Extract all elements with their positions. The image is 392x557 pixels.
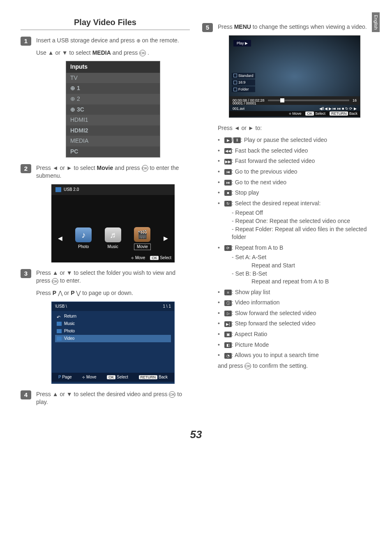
step4-text-a: Press ▲ or ▼ to select the desired video…: [36, 391, 169, 397]
step1-text-a: Insert a USB storage device and press: [36, 37, 136, 44]
step-3-badge: 3: [21, 269, 31, 278]
media-music-label: Music: [105, 244, 121, 250]
hint-move: ⟡ Move: [131, 255, 145, 261]
inputs-row: ⊕ 3C: [66, 104, 160, 115]
confirm-line: and press OK to confirm the setting.: [218, 362, 371, 370]
media-movie-label: Movie: [134, 244, 151, 250]
step-1-badge: 1: [21, 37, 31, 46]
step1-text2-c: .: [148, 49, 149, 56]
progress-bar: [268, 100, 349, 101]
step3-text-b: to enter.: [60, 277, 81, 284]
set-a: Set A: A-Set Repeat and Start: [232, 253, 371, 269]
video-count: 16: [353, 98, 357, 103]
step-2-badge: 2: [21, 164, 31, 173]
folder-return: Return: [64, 313, 76, 319]
ctrl-info: ⓘ: Video information: [218, 299, 371, 307]
folder-icon: [57, 322, 62, 326]
hint-back: RETURN Back: [330, 111, 357, 116]
ctrl-ab-repeat: ⟳: Repeat from A to B Set A: A-Set Repea…: [218, 244, 371, 286]
picture-mode-icon: ◧: [224, 342, 232, 348]
step2-text-a: Press ◄ or ► to select: [36, 165, 97, 171]
folder-page: 1 \ 1: [163, 304, 171, 309]
inputs-row: MEDIA: [66, 136, 160, 146]
fast-back-icon: ◀◀: [224, 148, 232, 154]
step-fwd-icon: ▶|: [224, 321, 232, 327]
usb-icon: [55, 187, 61, 192]
aspect-icon: ▣: [224, 332, 232, 337]
slow-fwd-icon: ▷: [224, 311, 232, 316]
inputs-row: ⊕ 1: [66, 83, 160, 94]
set-b-desc: Repeat and repeat from A to B: [232, 278, 371, 286]
usb-label: USB 2.0: [64, 187, 79, 193]
ctrl-fast-forward: ▶▶: Fast forward the selected video: [218, 157, 371, 165]
folder-icon: [57, 337, 62, 341]
step5-text-a: Press: [218, 23, 234, 30]
inputs-row: ⊕ 2: [66, 94, 160, 104]
hint-page: P Page: [58, 374, 72, 380]
inputs-row: HDMI1: [66, 115, 160, 125]
hint-select: OK Select: [107, 374, 128, 380]
ok-icon: OK: [169, 391, 175, 398]
osd-ratio: 16:9: [232, 79, 255, 86]
hint-move: ⟡ Move: [289, 111, 302, 116]
step-2-body: Press ◄ or ► to select Movie and press O…: [36, 164, 190, 262]
photo-icon: ♪: [75, 227, 92, 242]
step-1-body: Insert a USB storage device and press ⊕ …: [36, 37, 190, 158]
step2-movie: Movie: [97, 165, 113, 171]
inputs-row: TV: [66, 73, 160, 84]
inputs-screenshot: Inputs TV ⊕ 1 ⊕ 2 ⊕ 3C HDMI1 HDMI2 MEDIA…: [66, 61, 160, 157]
ctrl-aspect: ▣: Aspect Ratio: [218, 330, 371, 339]
ok-icon: OK: [142, 165, 148, 172]
ab-repeat-icon: ⟳: [224, 245, 232, 251]
repeat-one: Repeat One: Repeat the selected video on…: [232, 217, 371, 225]
stop-icon: ■: [224, 190, 232, 196]
p-key: P: [71, 290, 74, 296]
playlist-icon: ≡: [224, 290, 232, 295]
folder-photo: Photo: [64, 328, 75, 334]
step1-text2-b: and press: [113, 49, 139, 56]
hint-select: OK Select: [150, 255, 171, 261]
step-5-body: Press MENU to change the settings when v…: [218, 23, 371, 374]
ctrl-next: ⏭: Go to the next video: [218, 179, 371, 187]
set-b: Set B: B-Set Repeat and repeat from A to…: [232, 270, 371, 286]
hint-select: OK Select: [305, 111, 325, 116]
hint-back: RETURN Back: [139, 374, 168, 380]
inputs-header: Inputs: [66, 61, 160, 73]
press-to-heading: Press ◄ or ► to:: [218, 124, 371, 132]
media-select-screenshot: USB 2.0 ◀ ♪ Photo ♬ Music 🎬: [51, 184, 175, 262]
set-a-desc: Repeat and Start: [232, 262, 371, 270]
hint-move: ⟡ Move: [82, 374, 96, 380]
step3-text-d: ⋀ or: [58, 290, 71, 296]
step2-text-b: and press: [115, 165, 141, 171]
osd-folder: Folder: [232, 86, 255, 93]
folder-path: \USB \: [55, 304, 67, 309]
next-icon: ⏭: [224, 180, 232, 186]
section-title: Play Video Files: [21, 16, 190, 30]
step-4-body: Press ▲ or ▼ to select the desired video…: [36, 390, 190, 411]
folder-list-screenshot: \USB \ 1 \ 1 ↶Return Music Photo Video P…: [51, 302, 175, 384]
ctrl-prev: ⏮: Go to the previous video: [218, 168, 371, 176]
fast-fwd-icon: ▶▶: [224, 159, 232, 165]
ok-icon: OK: [244, 363, 251, 369]
folder-music: Music: [64, 321, 75, 327]
movie-icon: 🎬: [134, 227, 150, 242]
step-3-body: Press ▲ or ▼ to select the folder you wi…: [36, 269, 190, 384]
osd-standard: Standard: [232, 73, 255, 79]
video-track: 00001 / 00001: [233, 101, 256, 106]
video-playback-screenshot: Play ▶ Standard 16:9 Folder 00:00:08 / 0…: [229, 35, 360, 118]
prev-icon: ⏮: [224, 169, 232, 175]
step5-text-b: to change the settings when viewing a vi…: [253, 23, 367, 30]
step1-text-b: on the remote.: [142, 37, 179, 44]
music-icon: ♬: [105, 227, 121, 242]
inputs-row: HDMI2: [66, 125, 160, 136]
step3-text-e: ⋁ to page up or down.: [76, 290, 133, 296]
video-file: 001.avi: [233, 106, 256, 111]
step1-media: MEDIA: [92, 49, 111, 56]
repeat-folder: Repeat Folder: Repeat all video files in…: [232, 225, 371, 241]
ctrl-slow-fwd: ▷: Slow forward the selected video: [218, 309, 371, 318]
play-icon: ▶: [224, 137, 232, 143]
language-tab: English: [372, 12, 380, 32]
ctrl-step-fwd: ▶|: Step forward the selected video: [218, 320, 371, 328]
ctrl-search: ◔: Allows you to input a search time: [218, 351, 371, 360]
ctrl-play-pause: ▶/Ⅱ: Play or pause the selected video: [218, 136, 371, 144]
